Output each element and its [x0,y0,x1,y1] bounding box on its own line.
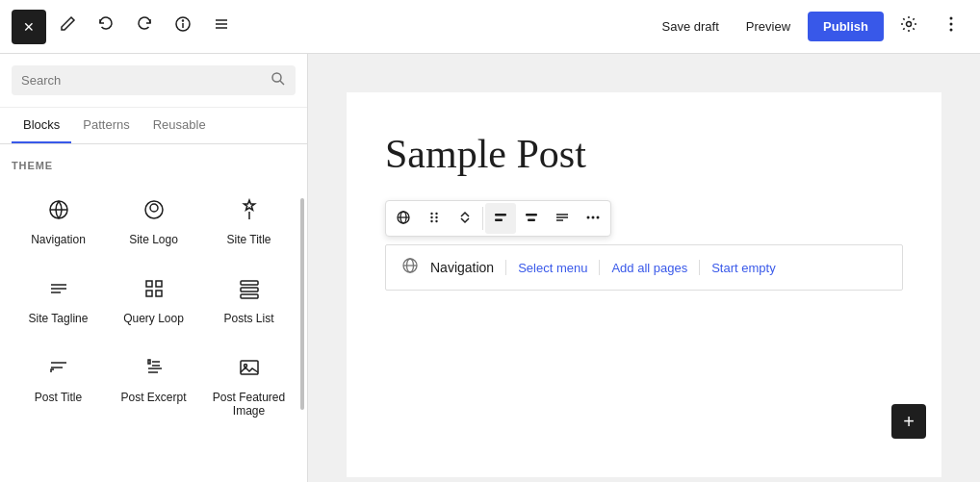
svg-point-2 [183,20,184,21]
search-input[interactable] [21,73,263,88]
toolbar-move-btn[interactable] [450,203,480,234]
svg-point-10 [272,73,281,82]
info-icon [174,15,192,38]
toolbar-justify-btn[interactable] [547,203,578,234]
svg-point-43 [587,216,590,218]
toolbar-drag-icon [426,210,442,228]
more-options-icon [942,15,960,38]
sidebar-scroll-thumb [300,198,304,410]
preview-button[interactable]: Preview [736,13,800,39]
editor-area: Sample Post [308,54,980,482]
toolbar-justify-icon [554,210,570,228]
tab-blocks[interactable]: Blocks [12,108,71,143]
publish-button[interactable]: Publish [808,12,884,41]
toolbar-more-btn[interactable] [578,203,608,234]
undo-button[interactable] [89,10,123,44]
redo-icon [136,15,153,38]
sidebar: Blocks Patterns Reusable THEME Naviga [0,54,308,482]
navigation-block: Navigation Select menu Add all pages Sta… [385,244,903,291]
list-view-button[interactable] [204,10,239,44]
nav-separator-3 [699,260,700,275]
nav-start-empty-link[interactable]: Start empty [711,261,775,275]
sidebar-content: THEME Navigation [0,144,307,482]
toolbar-compass-icon [396,210,411,228]
more-options-button[interactable] [934,10,968,44]
post-featured-image-block-icon [232,350,267,385]
settings-icon [900,15,917,38]
post-content: Sample Post [347,92,941,477]
svg-point-33 [435,216,437,217]
post-title-block-icon [41,350,76,385]
svg-rect-20 [241,281,258,285]
svg-point-8 [950,23,953,26]
toolbar-align-left-btn[interactable] [485,203,516,234]
svg-line-11 [280,81,284,85]
svg-point-34 [430,219,432,221]
post-excerpt-block-label: Post Excerpt [120,391,186,404]
list-view-icon [213,15,230,38]
svg-point-45 [597,216,600,218]
tab-reusable[interactable]: Reusable [142,108,218,143]
query-loop-block-icon [137,271,171,306]
sidebar-scrollbar[interactable] [299,179,305,482]
block-item-navigation[interactable]: Navigation [12,181,105,258]
svg-rect-36 [495,214,506,216]
save-draft-button[interactable]: Save draft [653,13,729,39]
blocks-grid: Navigation Site Logo [12,181,296,429]
nav-separator-2 [599,260,600,275]
block-item-posts-list[interactable]: Posts List [202,260,296,337]
info-button[interactable] [166,10,200,44]
tab-patterns[interactable]: Patterns [71,108,141,143]
toolbar-align-center-icon [524,210,539,228]
svg-rect-21 [241,288,258,292]
posts-list-block-icon [232,271,267,306]
nav-block-title: Navigation [430,260,494,275]
svg-point-32 [430,216,432,217]
top-bar-right: Save draft Preview Publish [653,10,968,44]
close-icon: ✕ [23,19,35,35]
top-bar-left: ✕ [12,10,649,44]
nav-add-all-pages-link[interactable]: Add all pages [611,261,687,275]
svg-point-44 [592,216,595,218]
site-logo-block-label: Site Logo [129,233,178,246]
svg-rect-22 [241,294,258,298]
block-item-site-tagline[interactable]: Site Tagline [12,260,105,337]
block-toolbar [385,200,611,237]
nav-select-menu-link[interactable]: Select menu [518,261,587,275]
post-featured-image-block-label: Post Featured Image [208,391,290,418]
add-block-button[interactable]: + [891,404,926,439]
post-title-heading: Sample Post [385,131,903,177]
block-item-site-logo[interactable]: Site Logo [107,181,200,258]
block-item-site-title[interactable]: Site Title [202,181,296,258]
site-tagline-block-icon [41,271,76,306]
nav-separator-1 [505,260,506,275]
search-box [12,65,296,95]
site-tagline-block-label: Site Tagline [29,312,89,325]
close-button[interactable]: ✕ [12,10,46,44]
sidebar-tabs: Blocks Patterns Reusable [0,108,307,144]
add-block-plus-icon: + [903,411,915,433]
toolbar-drag-btn[interactable] [419,203,450,234]
toolbar-more-icon [585,210,601,228]
toolbar-nav-icon-btn[interactable] [388,203,419,234]
site-title-block-label: Site Title [226,233,271,246]
query-loop-block-label: Query Loop [123,312,184,325]
toolbar-align-center-btn[interactable] [516,203,547,234]
navigation-block-label: Navigation [31,233,86,246]
edit-button[interactable] [50,10,85,44]
top-bar: ✕ [0,0,980,54]
redo-button[interactable] [127,10,162,44]
navigation-block-icon [41,192,76,227]
edit-icon [59,15,76,38]
svg-point-7 [950,17,953,20]
block-item-post-title[interactable]: Post Title [12,339,105,429]
block-item-post-featured-image[interactable]: Post Featured Image [202,339,296,429]
svg-rect-37 [495,218,503,221]
settings-button[interactable] [891,10,926,44]
search-icon [271,71,286,89]
block-item-query-loop[interactable]: Query Loop [107,260,200,337]
toolbar-chevrons-icon [457,210,473,228]
block-item-post-excerpt[interactable]: Post Excerpt [107,339,200,429]
posts-list-block-label: Posts List [223,312,273,325]
nav-block-compass-icon [401,257,419,278]
